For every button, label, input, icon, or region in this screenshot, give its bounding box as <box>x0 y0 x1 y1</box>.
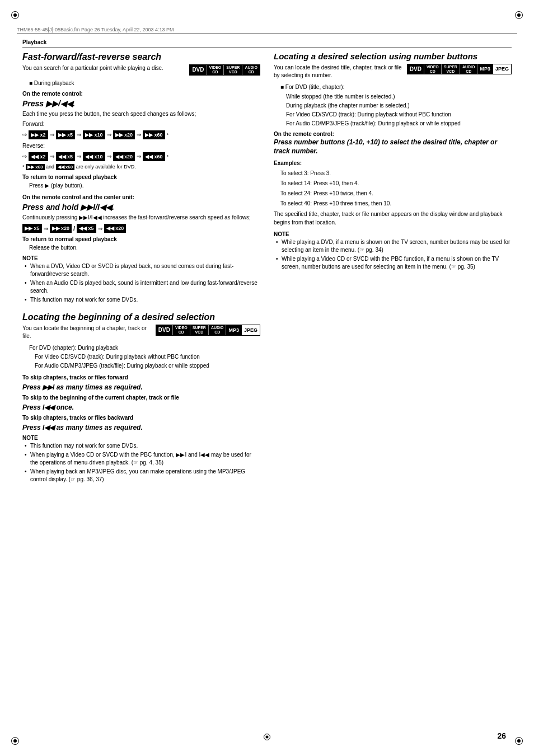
example1: To select 3: Press 3. <box>274 169 512 177</box>
badge3-mp3: MP3 <box>477 64 493 74</box>
right-remote-sub1: On the remote control: <box>274 131 512 137</box>
hold-rev-x20: ◀◀ x20 <box>104 224 127 233</box>
example4: To select 40: Press +10 three times, the… <box>274 199 512 208</box>
rev-x20: ◀◀ x20 <box>113 152 135 161</box>
locate-beginning-intro-row: You can locate the beginning of a chapte… <box>22 325 260 340</box>
example2: To select 14: Press +10, then 4. <box>274 179 512 187</box>
note1-item3: This function may not work for some DVDs… <box>22 296 260 304</box>
note-section2: NOTE This function may not work for some… <box>22 435 260 483</box>
badge3-audio: AUDIOCD <box>460 64 477 74</box>
example3: To select 24: Press +10 twice, then 4. <box>274 189 512 198</box>
skip-begin-title: To skip to the beginning of the current … <box>22 393 260 402</box>
skip-fwd-cmd: Press ▶▶I as many times as required. <box>22 383 260 391</box>
badge3-dvd: DVD <box>407 64 424 74</box>
skip-begin-cmd: Press I◀◀ once. <box>22 403 260 411</box>
rev-x2: ◀◀ x2 <box>29 152 48 161</box>
skip-back-cmd: Press I◀◀ as many times as required. <box>22 424 260 431</box>
skip-back-title: To skip chapters, tracks or files backwa… <box>22 414 260 422</box>
locate-beginning-intro-text: You can locate the beginning of a chapte… <box>22 325 151 340</box>
rev-x10: ◀◀ x10 <box>83 152 105 161</box>
bullet-audio: For Audio CD/MP3/JPEG (track/file): Duri… <box>274 119 512 128</box>
fwd-x5: ▶▶ x5 <box>56 130 76 139</box>
right-note2: While playing a Video CD or SVCD with th… <box>274 255 512 271</box>
fwd-x10: ▶▶ x10 <box>83 130 105 139</box>
press-desc1: Each time you press the button, the sear… <box>22 110 260 118</box>
note1-item2: When an Audio CD is played back, sound i… <box>22 279 260 295</box>
badge-super-vcd: SUPERVCD <box>224 65 242 74</box>
badge-video-cd: VIDEOCD <box>207 65 224 74</box>
locate-number-title: Locating a desired selection using numbe… <box>274 51 512 62</box>
reverse-speed-row: ⇨ ◀◀ x2 ⇒ ◀◀ x5 ⇒ ◀◀ x10 ⇒ ◀◀ x20 ⇒ ◀◀ x… <box>22 152 260 161</box>
fwd-x60: ▶▶ x60 <box>143 130 165 139</box>
section-rule <box>22 48 512 48</box>
forward-speed-row: ⇨ ▶▶ x2 ⇒ ▶▶ x5 ⇒ ▶▶ x10 ⇒ ▶▶ x20 ⇒ ▶▶ x… <box>22 130 260 139</box>
badge2-audio: AUDIOCD <box>209 325 226 335</box>
note-title1: NOTE <box>22 255 260 261</box>
bullet-dvd: ■ For DVD (title, chapter): <box>274 83 512 91</box>
fast-forward-title: Fast-forward/fast-reverse search <box>22 51 260 62</box>
locate-number-section: Locating a desired selection using numbe… <box>274 51 512 271</box>
fast-forward-section: Fast-forward/fast-reverse search You can… <box>22 51 260 304</box>
fast-forward-intro-text: You can search for a particular point wh… <box>22 64 185 72</box>
press-num-label: Press number buttons (1-10, +10) to sele… <box>274 138 512 156</box>
bottom-center-mark <box>264 734 270 740</box>
sec2-bullet3: For Audio CD/MP3/JPEG (track/file): Duri… <box>22 361 260 370</box>
sec2-bullet1: For DVD (chapter): During playback <box>22 344 260 352</box>
to-normal1-text: Press ▶ (play button). <box>22 181 260 190</box>
to-normal2-text: Release the button. <box>22 243 260 252</box>
skip-fwd-title: To skip chapters, tracks or files forwar… <box>22 373 260 382</box>
badge2-super: SUPERVCD <box>190 325 208 335</box>
locate-number-intro-text: You can locate the desired title, chapte… <box>274 64 402 79</box>
note2-item3: When playing back an MP3/JPEG disc, you … <box>22 468 260 483</box>
hold-speed-row: ▶▶ x5 ⇒ ▶▶ x20 / ◀◀ x5 ⇒ ◀◀ x20 <box>22 224 260 233</box>
locate-beginning-title: Locating the beginning of a desired sele… <box>22 312 260 322</box>
badge2-video: VIDEOCD <box>173 325 190 335</box>
reverse-label: Reverse: <box>22 142 260 150</box>
badge2-mp3: MP3 <box>226 325 241 335</box>
corner-mark-bl <box>11 737 19 745</box>
two-col-layout: Fast-forward/fast-reverse search You can… <box>22 51 512 491</box>
badge2-dvd: DVD <box>156 325 172 335</box>
right-column: Locating a desired selection using numbe… <box>274 51 512 491</box>
bullet-dvd-detail1: While stopped (the title number is selec… <box>274 92 512 101</box>
note-section1: NOTE When a DVD, Video CD or SVCD is pla… <box>22 255 260 304</box>
left-column: Fast-forward/fast-reverse search You can… <box>22 51 260 491</box>
during-playback: ■ During playback <box>22 79 260 87</box>
corner-mark-br <box>515 737 523 745</box>
right-note-section: NOTE While playing a DVD, if a menu is s… <box>274 231 512 271</box>
right-note-title: NOTE <box>274 231 512 237</box>
remote-control-sub1: On the remote control: <box>22 91 260 97</box>
center-unit-sub2: On the remote control and the center uni… <box>22 194 260 200</box>
fast-forward-intro-row: You can search for a particular point wh… <box>22 64 260 75</box>
fwd-x20: ▶▶ x20 <box>113 130 135 139</box>
fwd-x2: ▶▶ x2 <box>29 130 48 139</box>
examples-desc: The specified title, chapter, track or f… <box>274 210 512 227</box>
press-label: Press ▶▶/◀◀. <box>22 99 260 108</box>
to-normal2-title: To return to normal speed playback <box>22 236 260 242</box>
note1-item1: When a DVD, Video CD or SVCD is played b… <box>22 262 260 278</box>
locate-beginning-section: Locating the beginning of a desired sele… <box>22 312 260 483</box>
forward-label: Forward: <box>22 120 260 128</box>
note2-item1: This function may not work for some DVDs… <box>22 442 260 450</box>
note2-item2: When playing a Video CD or SVCD with the… <box>22 451 260 467</box>
press-hold-label: Press and hold ▶▶I/I◀◀. <box>22 203 260 212</box>
press-hold-desc: Continuously pressing ▶▶I/I◀◀ increases … <box>22 213 260 222</box>
corner-mark-tl <box>11 11 19 19</box>
hold-fwd-x5: ▶▶ x5 <box>22 224 42 233</box>
main-content: Playback Fast-forward/fast-reverse searc… <box>22 39 512 728</box>
to-normal1-title: To return to normal speed playback <box>22 174 260 180</box>
page-number: 26 <box>497 731 506 740</box>
badge-dvd: DVD <box>190 65 206 74</box>
locate-number-intro-row: You can locate the desired title, chapte… <box>274 64 512 79</box>
section-label: Playback <box>22 39 512 45</box>
corner-mark-tr <box>515 11 523 19</box>
rev-x5: ◀◀ x5 <box>56 152 76 161</box>
rev-x60: ◀◀ x60 <box>143 152 165 161</box>
bullet-dvd-detail2: During playback (the chapter number is s… <box>274 101 512 110</box>
hold-fwd-x20: ▶▶ x20 <box>50 224 72 233</box>
right-note1: While playing a DVD, if a menu is shown … <box>274 238 512 254</box>
badge2-jpeg: JPEG <box>241 325 260 335</box>
note-title2: NOTE <box>22 435 260 441</box>
badge-audio-cd: AUDIOCD <box>242 65 260 74</box>
badge3-video: VIDEOCD <box>424 64 441 74</box>
